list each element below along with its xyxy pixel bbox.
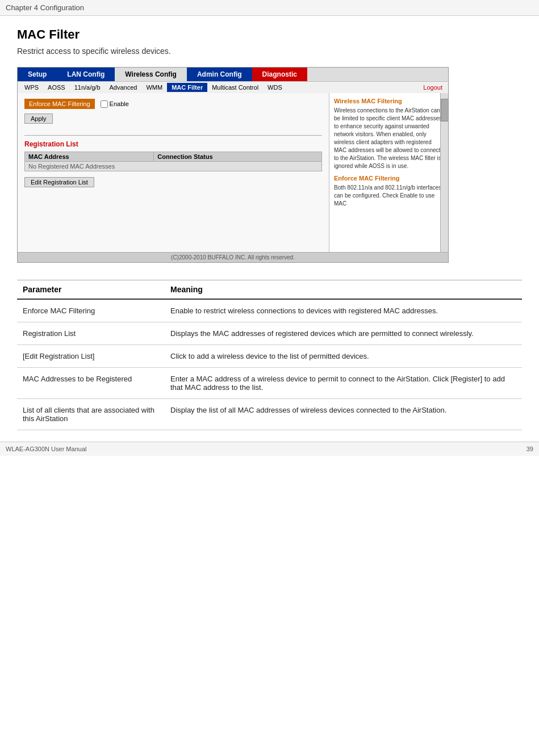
scrollbar-track[interactable] <box>440 93 448 252</box>
help-section-1: Wireless MAC Filtering Wireless connecti… <box>334 98 444 170</box>
enforce-mac-row: Enforce MAC Filtering Enable <box>24 99 322 109</box>
help-text-1: Wireless connections to the AirStation c… <box>334 107 444 170</box>
col-mac-address: MAC Address <box>25 152 154 162</box>
nav-sub-aoss[interactable]: AOSS <box>43 83 70 92</box>
mac-list-table: MAC Address Connection Status No Registe… <box>24 152 322 171</box>
nav-sub-multicast[interactable]: Multicast Control <box>207 83 263 92</box>
empty-row: No Registered MAC Addresses <box>25 162 322 171</box>
col-connection-status: Connection Status <box>154 152 322 162</box>
page-footer: WLAE-AG300N User Manual 39 <box>0 442 539 456</box>
param-row-mac-reg: MAC Addresses to be Registered Enter a M… <box>17 368 522 399</box>
nav-admin-config[interactable]: Admin Config <box>187 68 252 81</box>
router-ui-body: Enforce MAC Filtering Enable Apply Regis… <box>18 93 448 252</box>
registration-list-title: Registration List <box>24 140 322 148</box>
nav-sub-mac-filter[interactable]: MAC Filter <box>167 83 207 92</box>
nav-sub-wds[interactable]: WDS <box>263 83 287 92</box>
param-clients-meaning: Display the list of all MAC addresses of… <box>165 399 522 430</box>
logout-link[interactable]: Logout <box>423 84 446 91</box>
nav-lan-config[interactable]: LAN Config <box>57 68 115 81</box>
param-clients-label: List of all clients that are associated … <box>17 399 165 430</box>
page-subtitle: Restrict access to specific wireless dev… <box>17 47 522 56</box>
help-text-2: Both 802.11n/a and 802.11n/g/b interface… <box>334 184 444 208</box>
param-row-edit-reg: [Edit Registration List] Click to add a … <box>17 345 522 368</box>
enforce-mac-btn[interactable]: Enforce MAC Filtering <box>24 99 95 109</box>
param-editreg-meaning: Click to add a wireless device to the li… <box>165 345 522 368</box>
router-ui-screenshot: Setup LAN Config Wireless Config Admin C… <box>17 67 449 263</box>
separator <box>24 135 322 136</box>
param-reglist-label: Registration List <box>17 322 165 345</box>
nav-sub-advanced[interactable]: Advanced <box>105 83 142 92</box>
param-enforce-meaning: Enable to restrict wireless connections … <box>165 299 522 322</box>
page-title: MAC Filter <box>17 27 522 42</box>
param-macreg-label: MAC Addresses to be Registered <box>17 368 165 399</box>
chapter-header: Chapter 4 Configuration <box>0 0 539 16</box>
nav-top: Setup LAN Config Wireless Config Admin C… <box>18 68 448 81</box>
scrollbar-thumb[interactable] <box>441 99 448 121</box>
help-sidebar: Wireless MAC Filtering Wireless connecti… <box>329 93 448 252</box>
help-title-2: Enforce MAC Filtering <box>334 175 444 182</box>
nav-sub-wmm[interactable]: WMM <box>141 83 167 92</box>
nav-sub-11nagb[interactable]: 11n/a/g/b <box>70 83 105 92</box>
copyright-bar: (C)2000-2010 BUFFALO INC. All rights res… <box>18 252 448 262</box>
edit-registration-btn[interactable]: Edit Registration List <box>24 177 94 187</box>
param-row-reglist: Registration List Displays the MAC addre… <box>17 322 522 345</box>
router-main-panel: Enforce MAC Filtering Enable Apply Regis… <box>18 93 329 252</box>
footer-left: WLAE-AG300N User Manual <box>6 446 86 452</box>
param-editreg-label: [Edit Registration List] <box>17 345 165 368</box>
help-title-1: Wireless MAC Filtering <box>334 98 444 104</box>
param-row-clients: List of all clients that are associated … <box>17 399 522 430</box>
param-row-enforce: Enforce MAC Filtering Enable to restrict… <box>17 299 522 322</box>
nav-setup[interactable]: Setup <box>18 68 57 81</box>
param-macreg-meaning: Enter a MAC address of a wireless device… <box>165 368 522 399</box>
parameter-table: Parameter Meaning Enforce MAC Filtering … <box>17 280 522 430</box>
meaning-col-header: Meaning <box>165 280 522 299</box>
help-section-2: Enforce MAC Filtering Both 802.11n/a and… <box>334 175 444 208</box>
param-col-header: Parameter <box>17 280 165 299</box>
enable-checkbox[interactable] <box>101 100 108 108</box>
nav-sub: WPS AOSS 11n/a/g/b Advanced WMM MAC Filt… <box>18 81 448 93</box>
nav-diagnostic[interactable]: Diagnostic <box>252 68 307 81</box>
enable-label: Enable <box>101 100 129 108</box>
param-enforce-label: Enforce MAC Filtering <box>17 299 165 322</box>
param-reglist-meaning: Displays the MAC addresses of registered… <box>165 322 522 345</box>
nav-sub-wps[interactable]: WPS <box>20 83 43 92</box>
nav-wireless-config[interactable]: Wireless Config <box>115 68 187 81</box>
footer-right: 39 <box>527 446 533 452</box>
apply-button[interactable]: Apply <box>24 114 53 124</box>
